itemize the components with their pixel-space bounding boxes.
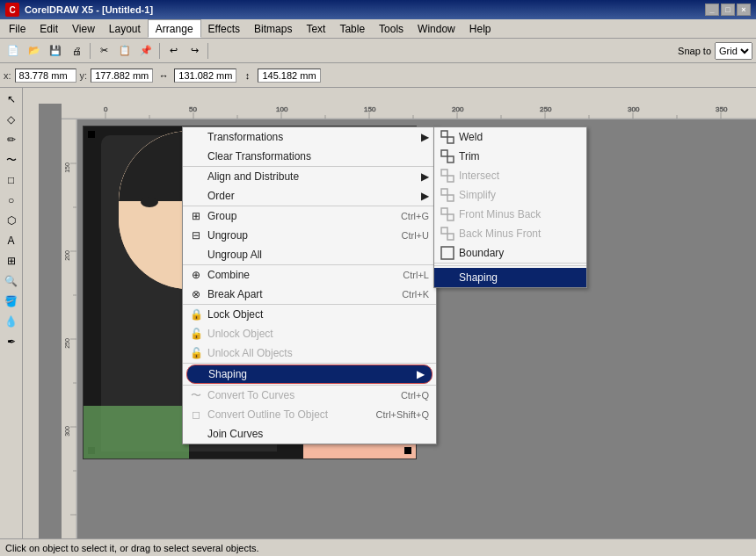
menu-shaping-docker[interactable]: Shaping: [434, 268, 586, 287]
text-tool[interactable]: A: [2, 231, 21, 250]
svg-text:0: 0: [104, 105, 108, 113]
menu-table[interactable]: Table: [332, 19, 372, 38]
curves-icon: 〜: [188, 387, 204, 403]
eyedropper-tool[interactable]: 💧: [2, 312, 21, 331]
menu-break-apart[interactable]: ⊗ Break Apart Ctrl+K: [183, 285, 436, 304]
svg-text:300: 300: [64, 426, 70, 437]
zoom-tool[interactable]: 🔍: [2, 271, 21, 291]
menu-weld[interactable]: Weld: [434, 127, 586, 147]
menu-combine[interactable]: ⊕ Combine Ctrl+L: [183, 265, 436, 285]
arrange-dropdown[interactable]: Transformations ▶ Clear Transformations …: [182, 126, 437, 444]
menu-bar: File Edit View Layout Arrange Effects Bi…: [0, 19, 756, 39]
fill-tool[interactable]: 🪣: [2, 292, 21, 311]
window-title: CorelDRAW X5 - [Untitled-1]: [25, 4, 705, 15]
table-tool[interactable]: ⊞: [2, 251, 21, 271]
y-value: 177.882 mm: [91, 69, 153, 83]
menu-simplify[interactable]: Simplify: [434, 185, 586, 205]
menu-convert-outline[interactable]: ◻ Convert Outline To Object Ctrl+Shift+Q: [183, 405, 436, 424]
svg-rect-43: [447, 156, 454, 162]
menu-file[interactable]: File: [2, 19, 33, 38]
svg-rect-41: [447, 137, 454, 143]
arrange-section-5: 🔒 Lock Object 🔓 Unlock Object 🔓 Unlock A…: [183, 305, 436, 364]
menu-bitmaps[interactable]: Bitmaps: [247, 19, 299, 38]
status-bar: Click on object to select it, or drag to…: [0, 538, 756, 556]
svg-text:250: 250: [64, 338, 70, 349]
menu-clear-transformations[interactable]: Clear Transformations: [183, 147, 436, 166]
height-value: 145.182 mm: [258, 69, 320, 83]
svg-rect-46: [441, 189, 447, 195]
weld-icon: [440, 129, 455, 145]
separator: [90, 43, 91, 59]
status-text: Click on object to select it, or drag to…: [5, 543, 259, 553]
arrange-section-4: ⊕ Combine Ctrl+L ⊗ Break Apart Ctrl+K: [183, 265, 436, 305]
unlock-icon: 🔓: [188, 326, 204, 342]
menu-shaping[interactable]: Shaping ▶: [186, 365, 433, 384]
svg-text:350: 350: [716, 105, 728, 113]
polygon-tool[interactable]: ⬡: [2, 211, 21, 230]
ellipse-tool[interactable]: ○: [2, 191, 21, 210]
shaping-dropdown[interactable]: Weld Trim: [433, 126, 587, 288]
arrange-section-2: Align and Distribute ▶ Order ▶: [183, 167, 436, 206]
menu-edit[interactable]: Edit: [33, 19, 65, 38]
menu-convert-curves[interactable]: 〜 Convert To Curves Ctrl+Q: [183, 386, 436, 405]
back-minus-front-icon: [440, 226, 455, 242]
menu-ungroup[interactable]: ⊟ Ungroup Ctrl+U: [183, 226, 436, 245]
menu-layout[interactable]: Layout: [102, 19, 148, 38]
menu-ungroup-all[interactable]: Ungroup All: [183, 245, 436, 264]
break-icon: ⊗: [188, 286, 204, 302]
menu-back-minus-front[interactable]: Back Minus Front: [434, 224, 586, 243]
menu-lock-object[interactable]: 🔒 Lock Object: [183, 305, 436, 324]
rectangle-tool[interactable]: □: [2, 170, 21, 190]
cut-button[interactable]: ✂: [94, 41, 113, 61]
app-icon: C: [5, 3, 19, 17]
menu-window[interactable]: Window: [411, 19, 462, 38]
svg-rect-40: [441, 131, 447, 137]
window-buttons[interactable]: _ □ ×: [705, 4, 751, 16]
svg-rect-49: [447, 214, 454, 220]
print-button[interactable]: 🖨: [67, 41, 86, 61]
menu-align-distribute[interactable]: Align and Distribute ▶: [183, 167, 436, 186]
open-button[interactable]: 📂: [25, 41, 44, 61]
minimize-button[interactable]: _: [705, 4, 719, 16]
menu-intersect[interactable]: Intersect: [434, 166, 586, 185]
menu-view[interactable]: View: [65, 19, 102, 38]
width-icon: ↔: [156, 70, 171, 81]
arrange-section-6: Shaping ▶: [183, 365, 436, 386]
svg-rect-0: [62, 104, 756, 119]
menu-front-minus-back[interactable]: Front Minus Back: [434, 205, 586, 224]
paste-button[interactable]: 📌: [136, 41, 156, 61]
menu-boundary[interactable]: Boundary: [434, 243, 586, 263]
smart-draw-tool[interactable]: 〜: [2, 150, 21, 170]
freehand-tool[interactable]: ✏: [2, 130, 21, 149]
menu-unlock-object[interactable]: 🔓 Unlock Object: [183, 324, 436, 343]
separator3: [207, 43, 208, 59]
svg-rect-42: [441, 150, 447, 156]
undo-button[interactable]: ↩: [164, 41, 183, 61]
intersect-icon: [440, 168, 455, 184]
front-minus-back-icon: [440, 206, 455, 222]
menu-unlock-all[interactable]: 🔓 Unlock All Objects: [183, 343, 436, 363]
snap-select[interactable]: Grid: [715, 42, 752, 60]
menu-arrange[interactable]: Arrange: [148, 19, 201, 38]
svg-text:200: 200: [452, 105, 464, 113]
main-area: ↖ ◇ ✏ 〜 □ ○ ⬡ A ⊞ 🔍 🪣 💧 ✒ 0 50 100: [0, 88, 756, 538]
menu-group[interactable]: ⊞ Group Ctrl+G: [183, 206, 436, 226]
outline-tool[interactable]: ✒: [2, 332, 21, 351]
redo-button[interactable]: ↪: [185, 41, 204, 61]
save-button[interactable]: 💾: [46, 41, 65, 61]
new-button[interactable]: 📄: [4, 41, 23, 61]
maximize-button[interactable]: □: [721, 4, 735, 16]
copy-button[interactable]: 📋: [115, 41, 134, 61]
menu-transformations[interactable]: Transformations ▶: [183, 127, 436, 147]
menu-trim[interactable]: Trim: [434, 147, 586, 166]
menu-order[interactable]: Order ▶: [183, 186, 436, 206]
menu-tools[interactable]: Tools: [372, 19, 411, 38]
menu-effects[interactable]: Effects: [201, 19, 247, 38]
x-value: 83.778 mm: [15, 69, 76, 83]
shape-tool[interactable]: ◇: [2, 110, 21, 129]
select-tool[interactable]: ↖: [2, 90, 21, 109]
menu-join-curves[interactable]: Join Curves: [183, 424, 436, 444]
close-button[interactable]: ×: [737, 4, 751, 16]
menu-text[interactable]: Text: [299, 19, 332, 38]
menu-help[interactable]: Help: [462, 19, 498, 38]
